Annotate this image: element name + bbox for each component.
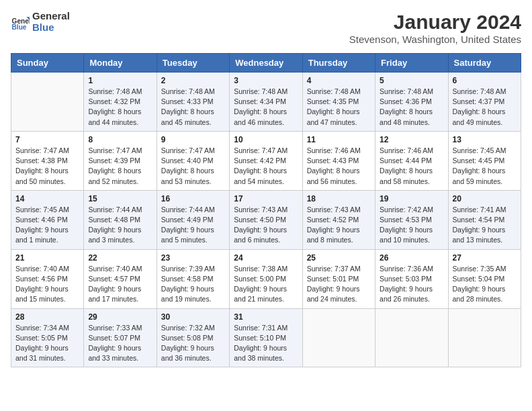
day-number: 15 xyxy=(88,194,152,203)
day-info: Sunrise: 7:37 AMSunset: 5:01 PMDaylight:… xyxy=(307,264,371,305)
day-info: Sunrise: 7:40 AMSunset: 4:57 PMDaylight:… xyxy=(88,264,152,305)
calendar-cell: 26Sunrise: 7:36 AMSunset: 5:03 PMDayligh… xyxy=(375,249,448,308)
day-number: 9 xyxy=(161,135,225,144)
day-info: Sunrise: 7:48 AMSunset: 4:34 PMDaylight:… xyxy=(234,87,298,128)
weekday-header-tuesday: Tuesday xyxy=(157,54,229,73)
calendar-cell: 6Sunrise: 7:48 AMSunset: 4:37 PMDaylight… xyxy=(448,73,521,132)
calendar-cell: 10Sunrise: 7:47 AMSunset: 4:42 PMDayligh… xyxy=(230,131,302,190)
calendar-cell: 21Sunrise: 7:40 AMSunset: 4:56 PMDayligh… xyxy=(11,249,84,308)
day-number: 25 xyxy=(307,253,371,263)
calendar-cell: 22Sunrise: 7:40 AMSunset: 4:57 PMDayligh… xyxy=(84,249,157,308)
weekday-header-thursday: Thursday xyxy=(302,54,375,73)
calendar-cell xyxy=(375,308,448,367)
calendar-cell: 23Sunrise: 7:39 AMSunset: 4:58 PMDayligh… xyxy=(157,249,229,308)
day-info: Sunrise: 7:45 AMSunset: 4:46 PMDaylight:… xyxy=(15,205,79,246)
day-number: 22 xyxy=(88,253,152,263)
calendar-cell: 9Sunrise: 7:47 AMSunset: 4:40 PMDaylight… xyxy=(157,131,229,190)
day-number: 21 xyxy=(15,253,79,263)
calendar-table: SundayMondayTuesdayWednesdayThursdayFrid… xyxy=(11,53,521,367)
day-info: Sunrise: 7:42 AMSunset: 4:53 PMDaylight:… xyxy=(380,205,443,246)
day-number: 16 xyxy=(161,194,225,203)
day-number: 24 xyxy=(234,253,298,263)
day-number: 17 xyxy=(234,194,298,203)
day-number: 10 xyxy=(234,135,298,144)
calendar-cell: 20Sunrise: 7:41 AMSunset: 4:54 PMDayligh… xyxy=(448,190,521,249)
day-number: 20 xyxy=(453,194,517,203)
calendar-cell: 15Sunrise: 7:44 AMSunset: 4:48 PMDayligh… xyxy=(84,190,157,249)
day-number: 8 xyxy=(88,135,152,144)
day-info: Sunrise: 7:44 AMSunset: 4:48 PMDaylight:… xyxy=(88,205,152,246)
day-info: Sunrise: 7:47 AMSunset: 4:42 PMDaylight:… xyxy=(234,146,298,187)
calendar-cell xyxy=(448,308,521,367)
calendar-cell xyxy=(302,308,375,367)
calendar-cell: 11Sunrise: 7:46 AMSunset: 4:43 PMDayligh… xyxy=(302,131,375,190)
day-number: 2 xyxy=(161,76,225,85)
page-header: General Blue General Blue January 2024 S… xyxy=(11,11,521,45)
calendar-week-3: 14Sunrise: 7:45 AMSunset: 4:46 PMDayligh… xyxy=(11,190,521,249)
calendar-cell: 30Sunrise: 7:32 AMSunset: 5:08 PMDayligh… xyxy=(157,308,229,367)
calendar-cell: 24Sunrise: 7:38 AMSunset: 5:00 PMDayligh… xyxy=(230,249,302,308)
calendar-cell: 1Sunrise: 7:48 AMSunset: 4:32 PMDaylight… xyxy=(84,73,157,132)
calendar-cell: 8Sunrise: 7:47 AMSunset: 4:39 PMDaylight… xyxy=(84,131,157,190)
calendar-week-4: 21Sunrise: 7:40 AMSunset: 4:56 PMDayligh… xyxy=(11,249,521,308)
calendar-cell: 3Sunrise: 7:48 AMSunset: 4:34 PMDaylight… xyxy=(230,73,302,132)
calendar-cell: 2Sunrise: 7:48 AMSunset: 4:33 PMDaylight… xyxy=(157,73,229,132)
weekday-header-friday: Friday xyxy=(375,54,448,73)
day-number: 31 xyxy=(234,312,298,322)
logo-icon: General Blue xyxy=(11,13,30,32)
day-number: 12 xyxy=(380,135,443,144)
day-info: Sunrise: 7:48 AMSunset: 4:33 PMDaylight:… xyxy=(161,87,225,128)
day-info: Sunrise: 7:31 AMSunset: 5:10 PMDaylight:… xyxy=(234,323,298,364)
day-info: Sunrise: 7:48 AMSunset: 4:35 PMDaylight:… xyxy=(307,87,371,128)
day-info: Sunrise: 7:48 AMSunset: 4:32 PMDaylight:… xyxy=(88,87,152,128)
day-number: 3 xyxy=(234,76,298,85)
day-info: Sunrise: 7:48 AMSunset: 4:36 PMDaylight:… xyxy=(380,87,443,128)
day-info: Sunrise: 7:43 AMSunset: 4:50 PMDaylight:… xyxy=(234,205,298,246)
day-number: 1 xyxy=(88,76,152,85)
weekday-header-saturday: Saturday xyxy=(448,54,521,73)
calendar-cell: 19Sunrise: 7:42 AMSunset: 4:53 PMDayligh… xyxy=(375,190,448,249)
logo-text: General Blue xyxy=(32,11,70,33)
weekday-header-wednesday: Wednesday xyxy=(230,54,302,73)
day-info: Sunrise: 7:45 AMSunset: 4:45 PMDaylight:… xyxy=(453,146,517,187)
title-block: January 2024 Stevenson, Washington, Unit… xyxy=(349,11,521,45)
day-info: Sunrise: 7:33 AMSunset: 5:07 PMDaylight:… xyxy=(88,323,152,364)
calendar-week-2: 7Sunrise: 7:47 AMSunset: 4:38 PMDaylight… xyxy=(11,131,521,190)
day-info: Sunrise: 7:35 AMSunset: 5:04 PMDaylight:… xyxy=(453,264,517,305)
day-info: Sunrise: 7:40 AMSunset: 4:56 PMDaylight:… xyxy=(15,264,79,305)
svg-text:Blue: Blue xyxy=(12,23,27,30)
calendar-week-1: 1Sunrise: 7:48 AMSunset: 4:32 PMDaylight… xyxy=(11,73,521,132)
day-info: Sunrise: 7:39 AMSunset: 4:58 PMDaylight:… xyxy=(161,264,225,305)
day-info: Sunrise: 7:47 AMSunset: 4:40 PMDaylight:… xyxy=(161,146,225,187)
calendar-cell: 28Sunrise: 7:34 AMSunset: 5:05 PMDayligh… xyxy=(11,308,84,367)
day-number: 5 xyxy=(380,76,443,85)
calendar-cell: 25Sunrise: 7:37 AMSunset: 5:01 PMDayligh… xyxy=(302,249,375,308)
calendar-week-5: 28Sunrise: 7:34 AMSunset: 5:05 PMDayligh… xyxy=(11,308,521,367)
day-info: Sunrise: 7:46 AMSunset: 4:43 PMDaylight:… xyxy=(307,146,371,187)
calendar-cell: 7Sunrise: 7:47 AMSunset: 4:38 PMDaylight… xyxy=(11,131,84,190)
day-info: Sunrise: 7:32 AMSunset: 5:08 PMDaylight:… xyxy=(161,323,225,364)
day-number: 18 xyxy=(307,194,371,203)
day-number: 19 xyxy=(380,194,443,203)
weekday-header-monday: Monday xyxy=(84,54,157,73)
weekday-header-sunday: Sunday xyxy=(11,54,84,73)
day-number: 11 xyxy=(307,135,371,144)
day-info: Sunrise: 7:43 AMSunset: 4:52 PMDaylight:… xyxy=(307,205,371,246)
day-info: Sunrise: 7:46 AMSunset: 4:44 PMDaylight:… xyxy=(380,146,443,187)
day-info: Sunrise: 7:41 AMSunset: 4:54 PMDaylight:… xyxy=(453,205,517,246)
day-info: Sunrise: 7:38 AMSunset: 5:00 PMDaylight:… xyxy=(234,264,298,305)
day-number: 4 xyxy=(307,76,371,85)
calendar-cell xyxy=(11,73,84,132)
calendar-cell: 4Sunrise: 7:48 AMSunset: 4:35 PMDaylight… xyxy=(302,73,375,132)
day-info: Sunrise: 7:47 AMSunset: 4:38 PMDaylight:… xyxy=(15,146,79,187)
day-number: 13 xyxy=(453,135,517,144)
day-number: 14 xyxy=(15,194,79,203)
day-number: 30 xyxy=(161,312,225,322)
day-number: 26 xyxy=(380,253,443,263)
day-info: Sunrise: 7:34 AMSunset: 5:05 PMDaylight:… xyxy=(15,323,79,364)
calendar-cell: 13Sunrise: 7:45 AMSunset: 4:45 PMDayligh… xyxy=(448,131,521,190)
calendar-cell: 18Sunrise: 7:43 AMSunset: 4:52 PMDayligh… xyxy=(302,190,375,249)
day-number: 27 xyxy=(453,253,517,263)
logo: General Blue General Blue xyxy=(11,11,70,33)
calendar-cell: 29Sunrise: 7:33 AMSunset: 5:07 PMDayligh… xyxy=(84,308,157,367)
